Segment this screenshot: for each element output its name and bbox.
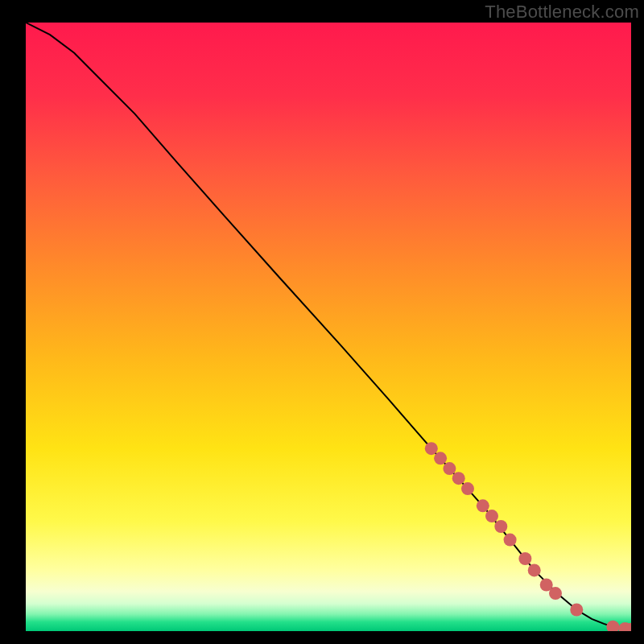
curve-marker [494, 520, 507, 533]
curve-marker [518, 552, 531, 565]
chart-frame: TheBottleneck.com [0, 0, 644, 644]
curve-marker [528, 564, 541, 576]
curve-marker [477, 499, 489, 512]
curve-marker [452, 472, 465, 485]
curve-marker [504, 534, 517, 547]
watermark-text: TheBottleneck.com [485, 2, 639, 23]
curve-marker [549, 587, 562, 600]
curve-marker [461, 482, 474, 495]
chart-svg [26, 23, 631, 631]
curve-marker [443, 462, 456, 475]
plot-background [26, 23, 631, 631]
plot-area [26, 23, 631, 631]
curve-marker [425, 442, 438, 455]
curve-marker [434, 452, 447, 464]
curve-marker [485, 510, 498, 522]
curve-marker [570, 604, 583, 617]
